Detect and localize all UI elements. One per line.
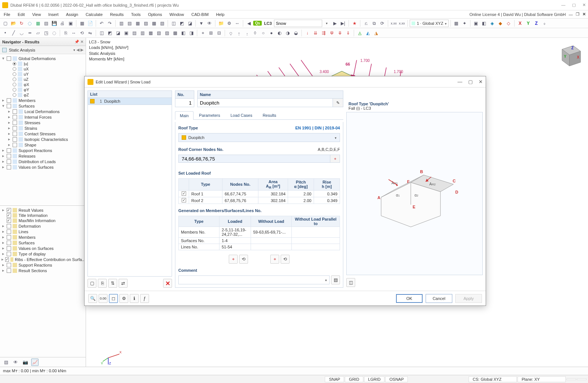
t5-icon[interactable]: ▤ <box>131 29 138 37</box>
list-copy-button[interactable]: ⎘ <box>98 279 107 288</box>
display-item[interactable]: ▸Deformation <box>1 223 85 229</box>
units-icon[interactable]: ↔ <box>234 20 241 27</box>
gen-row[interactable]: Members No.2-5,11-16,19-24,27-32,...59-6… <box>179 227 340 238</box>
menu-help[interactable]: Help <box>215 11 226 17</box>
line-icon[interactable]: ╱ <box>10 29 17 37</box>
mdi-minimize[interactable]: — <box>569 12 573 17</box>
view-cube[interactable]: X Y Z <box>555 40 584 70</box>
tree-item[interactable]: ▸Distribution of Loads <box>1 159 85 164</box>
no-input[interactable] <box>175 98 194 107</box>
mesh-icon[interactable]: ◬ <box>356 29 363 37</box>
navtab-results-icon[interactable]: 📈 <box>31 359 39 366</box>
t24-icon[interactable]: ◒ <box>292 29 300 37</box>
menu-file[interactable]: File <box>2 11 12 17</box>
t15-icon[interactable]: ⊟ <box>215 29 223 37</box>
t21-icon[interactable]: ● <box>268 29 275 37</box>
pick-loaded-button[interactable]: ⌖ <box>229 255 238 264</box>
checkbox-icon[interactable] <box>7 268 11 273</box>
tree-item[interactable]: φY <box>1 87 85 92</box>
load3-icon[interactable]: ⇶ <box>320 29 327 37</box>
tree-item[interactable]: ▸Stresses <box>1 120 85 125</box>
menu-options[interactable]: Options <box>146 11 163 17</box>
t4-icon[interactable]: ▣ <box>122 29 130 37</box>
menu-insert[interactable]: Insert <box>47 11 60 17</box>
checkbox-icon[interactable] <box>13 120 17 125</box>
tree-item[interactable]: ▸Local Deformations <box>1 109 85 114</box>
loadcase-dropdown-icon[interactable] <box>323 20 330 27</box>
tool-c-icon[interactable]: ⟳ <box>379 20 386 27</box>
status-cs[interactable]: CS: Global XYZ <box>469 376 517 382</box>
grid1-icon[interactable]: ▥ <box>118 20 125 27</box>
copy-icon[interactable]: ⎘ <box>62 29 69 37</box>
expander-icon[interactable]: ▸ <box>1 240 5 245</box>
tab-loadcases[interactable]: Load Cases <box>226 111 257 119</box>
tree-item[interactable]: uY <box>1 72 85 77</box>
expander-icon[interactable]: ▸ <box>1 148 5 153</box>
menu-cad-bim[interactable]: CAD-BIM <box>190 11 210 17</box>
load2-icon[interactable]: ⇊ <box>312 29 319 37</box>
grid4-icon[interactable]: ▨ <box>142 20 149 27</box>
checkbox-icon[interactable] <box>7 159 11 164</box>
expander-icon[interactable]: ▸ <box>1 251 5 256</box>
lc-next-icon[interactable]: ▶ <box>331 20 338 27</box>
expander-icon[interactable]: ▸ <box>1 165 5 169</box>
roof-row[interactable]: Roof 267,68,75,76302.1842.000.349 <box>179 197 340 204</box>
layer3-icon[interactable]: ◪ <box>186 20 194 27</box>
load6-icon[interactable]: ⇓ <box>344 29 352 37</box>
t1-icon[interactable]: ◫ <box>98 29 105 37</box>
checkbox-icon[interactable] <box>7 213 11 218</box>
checkbox-icon[interactable] <box>7 246 11 251</box>
status-extra1[interactable] <box>566 379 576 380</box>
dialog-maximize-icon[interactable]: ▢ <box>468 79 473 85</box>
tree-item[interactable]: φX <box>1 82 85 87</box>
menu-view[interactable]: View <box>31 11 43 17</box>
cs-y-icon[interactable]: Y <box>525 20 532 27</box>
display-item[interactable]: ▸Ribs - Effective Contribution on Surfa.… <box>1 257 85 262</box>
sheet-icon[interactable]: ▤ <box>42 20 50 27</box>
tree-item[interactable]: uZ <box>1 77 85 82</box>
cancel-button[interactable]: Cancel <box>426 294 452 303</box>
checkbox-icon[interactable] <box>7 235 11 240</box>
layer2-icon[interactable]: ◩ <box>178 20 185 27</box>
dialog-close-icon[interactable]: ✕ <box>479 79 483 85</box>
tree-item[interactable]: ▾Surfaces <box>1 103 85 109</box>
grid6-icon[interactable]: ▧ <box>158 20 166 27</box>
t22-icon[interactable]: ◐ <box>276 29 283 37</box>
list-row[interactable]: 1 Duopitch <box>88 98 172 105</box>
expander-icon[interactable]: ▸ <box>1 229 5 234</box>
tab-main[interactable]: Main <box>175 111 194 120</box>
t14-icon[interactable]: ⊞ <box>207 29 215 37</box>
tree-item[interactable]: ▸Members <box>1 98 85 103</box>
display-item[interactable]: ▸Type of display <box>1 251 85 257</box>
display-item[interactable]: ▸Result Sections <box>1 268 85 273</box>
tree-item[interactable]: uX <box>1 66 85 72</box>
script-button[interactable]: ƒ <box>140 294 149 303</box>
t11-icon[interactable]: ◧ <box>179 29 187 37</box>
tree-item[interactable]: ▸Isotropic Characteristics <box>1 136 85 142</box>
star-icon[interactable]: ★ <box>351 20 358 27</box>
t2-icon[interactable]: ◩ <box>106 29 113 37</box>
menu-window[interactable]: Window <box>168 11 185 17</box>
radio-icon[interactable] <box>13 83 16 86</box>
cube3-icon[interactable]: ◇ <box>505 20 512 27</box>
settings-icon[interactable]: ⚙ <box>225 20 233 27</box>
tree-item[interactable]: φZ <box>1 92 85 98</box>
expander-icon[interactable]: ▸ <box>1 224 5 228</box>
status-osnap[interactable]: OSNAP <box>385 376 408 382</box>
cs-z-icon[interactable]: Z <box>533 20 540 27</box>
redo-icon[interactable]: ↷ <box>106 20 113 27</box>
display-item[interactable]: ▸Support Reactions <box>1 262 85 268</box>
row-checkbox[interactable] <box>182 198 186 202</box>
navtab-views-icon[interactable]: 📷 <box>22 359 29 366</box>
dialog-minimize-icon[interactable]: — <box>457 79 462 85</box>
t23-icon[interactable]: ◑ <box>284 29 291 37</box>
t19-icon[interactable]: ◊ <box>251 29 259 37</box>
mirror-icon[interactable]: ⇋ <box>86 29 94 37</box>
t3-icon[interactable]: ◪ <box>114 29 122 37</box>
checkbox-icon[interactable] <box>7 224 11 228</box>
t10-icon[interactable]: ▩ <box>171 29 179 37</box>
list-new-button[interactable]: ▢ <box>87 279 96 288</box>
name-edit-button[interactable]: ✎ <box>333 98 343 107</box>
radio-icon[interactable] <box>13 62 16 66</box>
checkbox-icon[interactable] <box>7 218 11 223</box>
